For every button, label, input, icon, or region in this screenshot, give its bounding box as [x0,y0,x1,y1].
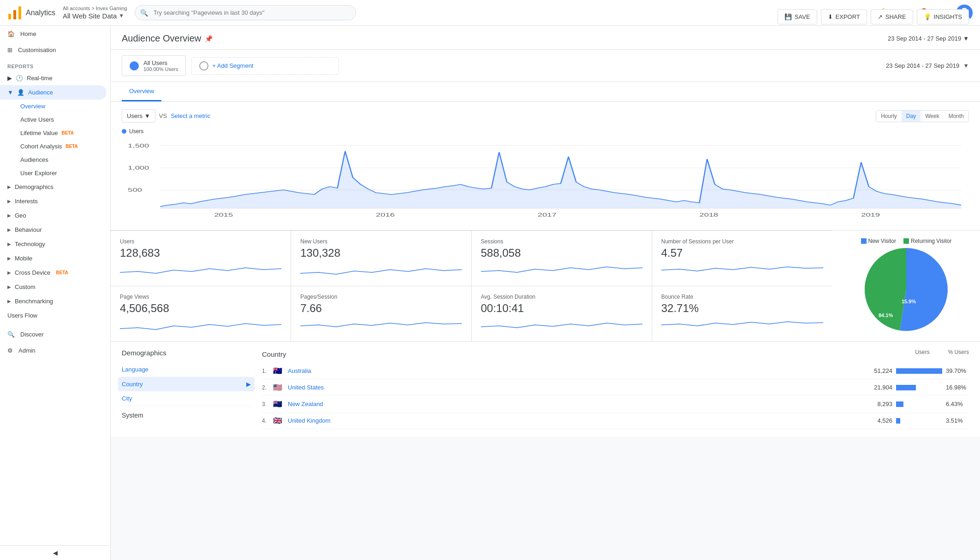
country-chevron-icon: ▶ [246,381,251,388]
svg-text:2015: 2015 [214,212,233,218]
sidebar-sub-user-explorer[interactable]: User Explorer [0,166,110,180]
select-metric-link[interactable]: Select a metric [171,112,210,119]
segment-bar: All Users 100.00% Users + Add Segment 23… [111,50,980,82]
sidebar-sub-lifetime-value[interactable]: Lifetime ValueBETA [0,126,110,140]
sparkline-pages-session [300,318,462,332]
app-logo: Analytics [7,6,55,20]
line-chart-svg: 1,500 1,000 500 2015 2016 2017 2018 2019 [122,138,969,221]
search-input[interactable] [135,5,356,20]
metric-value-pages-session: 7.66 [300,302,462,315]
sidebar-item-discover[interactable]: 🔍 Discover [0,326,107,342]
time-btn-day[interactable]: Day [902,111,921,122]
metrics-grid: Users 128,683 New Users 130,328 Sessions… [111,230,832,341]
benchmarking-expand-icon: ▶ [7,299,11,304]
lifetime-beta-badge: BETA [61,130,73,136]
svg-text:2019: 2019 [861,212,880,218]
cohort-beta-badge: BETA [65,144,77,149]
sidebar-item-interests[interactable]: ▶ Interests [0,194,110,208]
date-range-chevron-icon: ▼ [963,35,969,42]
sidebar-item-technology[interactable]: ▶ Technology [0,237,110,251]
sidebar-sub-cohort[interactable]: Cohort AnalysisBETA [0,140,110,153]
sidebar-item-admin[interactable]: ⚙ Admin [0,342,107,359]
metric-label-bounce-rate: Bounce Rate [661,294,823,300]
overview-tabs: Overview [111,82,980,102]
city-link[interactable]: City [122,391,251,406]
svg-text:2016: 2016 [376,212,395,218]
metric-value-new-users: 130,328 [300,247,462,259]
segment-dot-icon [130,61,139,71]
sidebar-item-users-flow[interactable]: Users Flow [0,308,110,323]
tab-overview[interactable]: Overview [122,82,161,101]
metric-card-bounce-rate: Bounce Rate 32.71% [652,286,832,341]
sidebar-item-custom[interactable]: ▶ Custom [0,280,110,294]
time-btn-month[interactable]: Month [944,111,968,122]
chart-section: Users ▼ VS Select a metric Hourly Day We… [111,102,980,230]
custom-expand-icon: ▶ [7,284,11,289]
united-kingdom-link[interactable]: United Kingdom [288,417,861,424]
us-flag-icon: 🇺🇸 [273,383,284,392]
united-states-link[interactable]: United States [288,384,861,391]
pie-legend-returning-visitor: Returning Visitor [903,238,952,244]
metric-value-sessions-per-user: 4.57 [661,247,823,259]
clock-icon: 🕐 [16,75,23,82]
users-legend-dot [122,129,126,134]
australia-flag-icon: 🇦🇺 [273,366,284,375]
returning-visitor-legend-dot [903,238,909,244]
australia-link[interactable]: Australia [288,367,861,374]
metric-label-new-users: New Users [300,238,462,245]
date-range-area: 23 Sep 2014 - 27 Sep 2019 ▼ [886,62,969,69]
sidebar-item-realtime[interactable]: ▶ 🕐 Real-time [0,71,110,85]
metric-value-users: 128,683 [120,247,281,259]
chart-visualization: 1,500 1,000 500 2015 2016 2017 2018 2019 [122,138,969,223]
new-pct-label: 84.1% [879,312,893,318]
country-link[interactable]: Country ▶ [118,377,255,391]
svg-text:1,500: 1,500 [128,143,149,148]
sidebar-item-mobile[interactable]: ▶ Mobile [0,251,110,265]
audience-expand-icon: ▼ [7,89,13,96]
language-link[interactable]: Language [122,362,251,377]
sidebar-item-home[interactable]: 🏠 Home [0,26,107,42]
sidebar-item-audience[interactable]: ▼ 👤 Audience [0,85,107,100]
sidebar-item-benchmarking[interactable]: ▶ Benchmarking [0,294,110,308]
sidebar-item-demographics[interactable]: ▶ Demographics [0,180,110,194]
date-range-display[interactable]: 23 Sep 2014 - 27 Sep 2019 ▼ [888,35,969,42]
discover-icon: 🔍 [7,331,15,338]
date-range-text: 23 Sep 2014 - 27 Sep 2019 [888,35,961,42]
metric-label-users: Users [120,238,281,245]
sidebar-item-cross-device[interactable]: ▶ Cross Device BETA [0,265,110,280]
property-name: All Web Site Data [63,12,117,21]
country-row-australia: 1. 🇦🇺 Australia 51,224 39.70% [262,363,969,379]
sidebar-sub-audiences[interactable]: Audiences [0,153,110,166]
sidebar-sub-overview[interactable]: Overview [0,100,110,113]
svg-text:2017: 2017 [538,212,557,218]
sidebar-item-behaviour[interactable]: ▶ Behaviour [0,223,110,237]
geo-expand-icon: ▶ [7,213,11,218]
metric-label-page-views: Page Views [120,294,281,300]
cross-device-beta-badge: BETA [56,270,68,275]
country-row-new-zealand: 3. 🇳🇿 New Zealand 8,293 6.43% [262,396,969,413]
uk-bar [896,418,900,424]
sidebar-item-geo[interactable]: ▶ Geo [0,208,110,223]
time-btn-hourly[interactable]: Hourly [876,111,902,122]
all-users-segment[interactable]: All Users 100.00% Users [122,55,186,76]
add-segment-button[interactable]: + Add Segment [191,57,339,75]
chart-controls: Users ▼ VS Select a metric Hourly Day We… [122,109,969,123]
metric-card-page-views: Page Views 4,506,568 [111,286,291,341]
sidebar-item-customisation[interactable]: ⊞ Customisation [0,42,107,58]
metric-card-pages-session: Pages/Session 7.66 [291,286,471,341]
cross-device-expand-icon: ▶ [7,270,11,275]
sidebar-collapse-button[interactable]: ◀ [0,545,110,560]
sidebar: 🏠 Home ⊞ Customisation REPORTS ▶ 🕐 Real-… [0,26,111,560]
property-selector[interactable]: All Web Site Data ▼ [63,12,127,21]
new-zealand-link[interactable]: New Zealand [288,401,861,407]
metrics-grid-area: Users 128,683 New Users 130,328 Sessions… [111,230,832,341]
sparkline-bounce-rate [661,318,823,332]
metric-dropdown[interactable]: Users ▼ [122,109,155,123]
sidebar-sub-active-users[interactable]: Active Users [0,113,110,126]
segment-info: All Users 100.00% Users [143,59,178,72]
time-btn-week[interactable]: Week [921,111,944,122]
svg-rect-1 [13,10,16,19]
pin-icon: 📌 [205,35,213,42]
country-row-united-kingdom: 4. 🇬🇧 United Kingdom 4,526 3.51% [262,413,969,429]
sparkline-new-users [300,263,462,277]
